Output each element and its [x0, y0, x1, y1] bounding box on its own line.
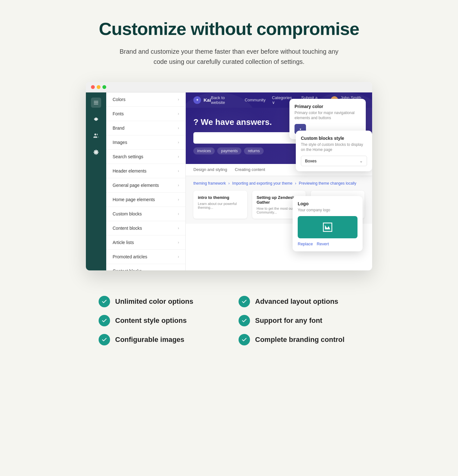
breadcrumb-theming[interactable]: theming framework: [193, 181, 226, 186]
browser-window: Colors › Fonts › Brand › Images › Search…: [86, 82, 372, 270]
logo-preview: [298, 216, 357, 238]
settings-item-brand[interactable]: Brand ›: [106, 121, 185, 135]
logo-desc: Your company logo: [298, 207, 357, 213]
settings-item-content-blocks[interactable]: Content blocks ›: [106, 221, 185, 235]
hero-section: Customize without compromise Brand and c…: [99, 19, 359, 67]
chevron-right-icon: ›: [178, 255, 179, 259]
sidebar-icon-eye[interactable]: [91, 114, 101, 124]
svg-rect-1: [94, 102, 98, 103]
settings-item-fonts[interactable]: Fonts ›: [106, 107, 185, 121]
settings-item-general-page[interactable]: General page elements ›: [106, 178, 185, 193]
minimize-button-icon[interactable]: [97, 85, 101, 89]
check-icon-6: [239, 334, 250, 345]
logo-actions: Replace Revert: [298, 241, 357, 246]
svg-point-3: [95, 118, 97, 120]
settings-item-label: Contact blocks: [113, 269, 142, 270]
browser-titlebar: [86, 82, 372, 92]
settings-item-search-settings[interactable]: Search settings ›: [106, 150, 185, 164]
custom-blocks-desc: The style of custom blocks to display on…: [301, 142, 367, 153]
chevron-right-icon: ›: [178, 126, 179, 130]
settings-item-header-elements[interactable]: Header elements ›: [106, 164, 185, 178]
settings-item-colors[interactable]: Colors ›: [106, 92, 185, 107]
chevron-right-icon: ›: [178, 226, 179, 230]
tab-creating-content[interactable]: Creating content: [235, 164, 265, 176]
tag-invoices[interactable]: invoices: [193, 147, 215, 154]
chevron-right-icon: ›: [178, 154, 179, 159]
breadcrumb-previewing[interactable]: Previewing theme changes locally: [299, 181, 357, 186]
chevron-right-icon: ›: [178, 112, 179, 116]
settings-item-label: Brand: [113, 126, 124, 131]
tag-payments[interactable]: payments: [217, 147, 241, 154]
nav-back-to-website[interactable]: Back to website: [211, 95, 238, 105]
settings-item-label: Content blocks: [113, 226, 142, 231]
primary-color-title: Primary color: [295, 104, 361, 109]
settings-item-article-lists[interactable]: Article lists ›: [106, 235, 185, 250]
features-section: Unlimited color options Advanced layout …: [86, 289, 372, 352]
chevron-right-icon: ›: [178, 169, 179, 173]
chevron-right-icon: ›: [178, 212, 179, 216]
blocks-style-select[interactable]: Boxes: [301, 156, 367, 166]
settings-item-label: Colors: [113, 97, 125, 102]
close-button-icon[interactable]: [91, 85, 95, 89]
chevron-right-icon: ›: [178, 140, 179, 145]
settings-item-custom-blocks[interactable]: Custom blocks ›: [106, 207, 185, 221]
settings-item-label: General page elements: [113, 183, 159, 188]
chevron-right-icon: ›: [178, 183, 179, 187]
settings-item-images[interactable]: Images ›: [106, 135, 185, 150]
hero-subtitle: Brand and customize your theme faster th…: [114, 46, 344, 67]
sidebar-dark: [86, 92, 106, 270]
kai-logo-icon: ✦: [193, 96, 201, 104]
check-icon-3: [99, 315, 110, 326]
settings-item-promoted-articles[interactable]: Promoted articles ›: [106, 250, 185, 264]
settings-item-label: Fonts: [113, 111, 124, 116]
browser-content: Colors › Fonts › Brand › Images › Search…: [86, 92, 372, 270]
settings-panel: Colors › Fonts › Brand › Images › Search…: [106, 92, 186, 270]
feature-label-6: Complete branding control: [255, 336, 344, 344]
maximize-button-icon[interactable]: [102, 85, 106, 89]
article-card-title: intro to theming: [198, 195, 243, 200]
select-value: Boxes: [305, 159, 316, 163]
settings-item-label: Promoted articles: [113, 254, 147, 259]
settings-item-label: Search settings: [113, 154, 143, 159]
custom-blocks-title: Custom blocks style: [301, 136, 367, 141]
breadcrumb: theming framework › Importing and export…: [193, 181, 364, 186]
feature-item-1: Unlimited color options: [99, 296, 219, 307]
settings-item-label: Home page elements: [113, 197, 155, 202]
logo-card: Logo Your company logo Replace Revert: [293, 196, 363, 251]
logo-title: Logo: [298, 201, 357, 206]
feature-label-4: Support for any font: [255, 316, 322, 325]
check-icon-2: [239, 296, 250, 307]
settings-item-label: Images: [113, 140, 127, 145]
feature-label-3: Content style options: [115, 316, 187, 325]
logo-image-icon: [321, 221, 334, 234]
browser-mockup: Colors › Fonts › Brand › Images › Search…: [86, 82, 372, 270]
zendesk-logo: ✦ Kai: [193, 96, 211, 104]
breadcrumb-separator: ›: [228, 181, 230, 186]
tab-design-styling[interactable]: Design and styling: [193, 164, 227, 176]
article-card-intro: intro to theming Learn about our powerfu…: [193, 191, 247, 219]
sidebar-icon-menu[interactable]: [91, 98, 101, 108]
replace-button[interactable]: Replace: [298, 241, 313, 246]
feature-label-2: Advanced layout options: [255, 297, 338, 306]
settings-item-label: Custom blocks: [113, 211, 142, 216]
feature-item-4: Support for any font: [239, 315, 359, 326]
tag-returns[interactable]: returns: [244, 147, 263, 154]
sidebar-icon-users[interactable]: [91, 131, 101, 141]
chevron-right-icon: ›: [178, 269, 179, 270]
chevron-right-icon: ›: [178, 197, 179, 202]
settings-item-contact-blocks[interactable]: Contact blocks ›: [106, 264, 185, 270]
feature-label-1: Unlimited color options: [115, 297, 193, 306]
nav-community[interactable]: Community: [245, 98, 266, 102]
settings-item-label: Header elements: [113, 168, 147, 173]
svg-rect-2: [94, 104, 98, 104]
sidebar-icon-gear[interactable]: [91, 147, 101, 157]
breadcrumb-separator: ›: [295, 181, 296, 186]
svg-rect-0: [94, 101, 98, 101]
settings-item-home-page[interactable]: Home page elements ›: [106, 193, 185, 207]
check-icon-1: [99, 296, 110, 307]
primary-color-desc: Primary color for major navigational ele…: [295, 110, 361, 121]
revert-button[interactable]: Revert: [317, 241, 329, 246]
breadcrumb-importing[interactable]: Importing and exporting your theme: [232, 181, 292, 186]
svg-point-4: [94, 133, 96, 135]
feature-item-3: Content style options: [99, 315, 219, 326]
